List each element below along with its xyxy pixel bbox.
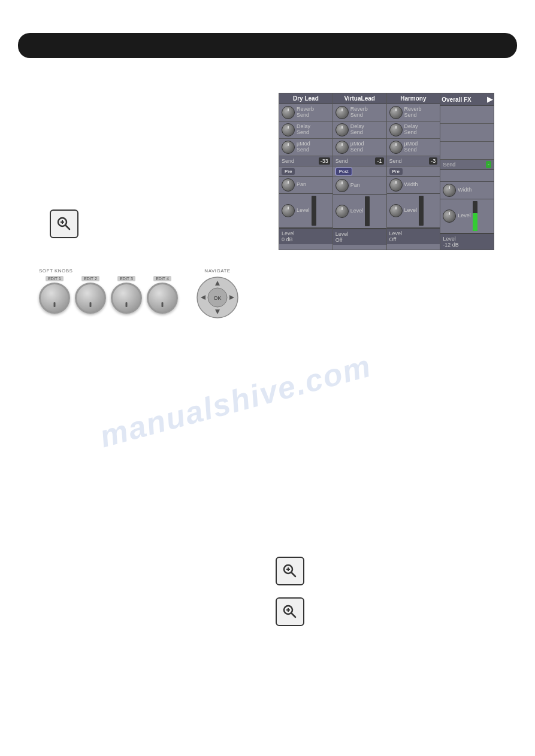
edit-knob-1-hw[interactable] — [39, 283, 70, 314]
reverb-send-label-dry: ReverbSend — [297, 107, 314, 119]
pre-btn-har[interactable]: Pre — [389, 168, 403, 175]
umod-send-knob-har[interactable] — [389, 141, 403, 154]
mixer-col-harmony: Harmony ReverbSend DelaySend µModSend Se… — [387, 93, 441, 250]
level-knob-label-har: Level — [404, 208, 418, 214]
mixer-columns: Dry Lead ReverbSend DelaySend µModSend S… — [279, 93, 494, 250]
knob-row-delay-har: DelaySend — [387, 122, 440, 139]
level-knob-fx[interactable] — [443, 210, 456, 223]
col-header-overall-fx: Overall FX ▶ — [440, 93, 494, 106]
edit-knob-2-hw[interactable] — [75, 283, 106, 314]
magnifier-icon-3 — [276, 597, 304, 626]
send-row-dry: Send -33 — [279, 156, 333, 166]
nav-wheel-svg: OK — [196, 276, 239, 319]
pan-row-vl: Pan — [333, 177, 386, 195]
umod-send-label-dry: µModSend — [297, 141, 310, 153]
edit-knob-4: EDIT 4 — [147, 276, 178, 314]
knob-row-delay-vl: DelaySend — [333, 122, 386, 139]
level-bar-har — [419, 196, 424, 226]
pan-label-vl: Pan — [350, 183, 360, 189]
width-knob-fx[interactable] — [443, 184, 456, 197]
nav-wheel[interactable]: OK — [196, 276, 239, 319]
delay-send-knob-vl[interactable] — [335, 123, 349, 136]
level-row-har: Level — [387, 194, 440, 228]
mixer-panel: Dry Lead ReverbSend DelaySend µModSend S… — [279, 93, 494, 250]
edit-3-label: EDIT 3 — [117, 276, 135, 281]
col-arrow-icon[interactable]: ▶ — [487, 95, 492, 104]
send-row-vl: Send -1 — [333, 156, 386, 166]
level-row-fx: Level — [440, 199, 494, 233]
col-header-virtua-lead: VirtuaLead — [333, 93, 386, 104]
width-knob-har[interactable] — [389, 178, 403, 192]
pre-post-row-har: Pre — [387, 166, 440, 177]
level-bar-fx — [473, 201, 477, 231]
delay-send-knob-har[interactable] — [389, 123, 403, 136]
send-value-dry: -33 — [319, 157, 330, 165]
edit-4-label: EDIT 4 — [153, 276, 171, 281]
level-knob-label-fx: Level — [458, 213, 471, 219]
level-knob-dry[interactable] — [282, 204, 295, 217]
navigate-title: NAVIGATE — [204, 268, 230, 274]
edit-knob-1: EDIT 1 — [39, 276, 70, 314]
send-value-vl: -1 — [375, 157, 383, 165]
level-bar-vl — [365, 196, 370, 226]
edit-knob-3-hw[interactable] — [111, 283, 142, 314]
spacer-row-2-fx — [440, 124, 494, 142]
pan-knob-dry[interactable] — [282, 178, 295, 192]
pan-row-dry: Pan — [279, 177, 333, 194]
knob-row-reverb-vl: ReverbSend — [333, 104, 386, 122]
width-label-har: Width — [404, 182, 418, 188]
reverb-send-label-har: ReverbSend — [404, 107, 422, 119]
edit-knobs-row: EDIT 1 EDIT 2 EDIT 3 EDIT 4 — [39, 276, 178, 314]
umod-send-knob-dry[interactable] — [282, 141, 295, 154]
mixer-col-virtua-lead: VirtuaLead ReverbSend DelaySend µModSend… — [333, 93, 387, 250]
umod-send-knob-vl[interactable] — [335, 141, 349, 154]
level-knob-har[interactable] — [389, 204, 403, 217]
search-icon-1 — [55, 215, 73, 233]
pan-label-dry: Pan — [297, 182, 306, 188]
level-row-vl: Level — [333, 195, 386, 229]
send-value-har: -3 — [429, 157, 437, 165]
send-value-fx: - — [486, 161, 491, 168]
watermark: manualshive.com — [96, 348, 375, 455]
post-btn-vl[interactable]: Post — [335, 168, 352, 175]
delay-send-label-dry: DelaySend — [297, 124, 310, 136]
soft-knobs-title: SOFT KNOBS — [39, 268, 72, 274]
svg-line-1 — [66, 226, 70, 230]
spacer-row-3-fx — [440, 142, 494, 160]
send-label-vl: Send — [335, 158, 376, 164]
bottom-label-dry: LevelLevel 0 dB0 dB — [279, 228, 333, 244]
delay-send-label-har: DelaySend — [404, 124, 418, 136]
umod-send-label-vl: µModSend — [350, 141, 364, 153]
top-bar — [18, 33, 517, 58]
send-label-dry: Send — [282, 158, 319, 164]
knob-row-reverb-dry: ReverbSend — [279, 104, 333, 122]
knob-row-umod-vl: µModSend — [333, 139, 386, 156]
knob-row-umod-dry: µModSend — [279, 139, 333, 156]
bottom-label-fx: Level-12 dB — [440, 233, 494, 250]
reverb-send-knob-vl[interactable] — [335, 106, 349, 119]
reverb-send-knob-dry[interactable] — [282, 106, 295, 119]
mixer-col-dry-lead: Dry Lead ReverbSend DelaySend µModSend S… — [279, 93, 333, 250]
delay-send-knob-dry[interactable] — [282, 123, 295, 136]
knob-row-umod-har: µModSend — [387, 139, 440, 156]
pre-btn-dry[interactable]: Pre — [282, 168, 295, 175]
navigate-group: NAVIGATE OK — [196, 268, 239, 319]
send-label-har: Send — [389, 158, 430, 164]
pan-knob-vl[interactable] — [335, 179, 349, 192]
pre-post-row-vl: Post — [333, 166, 386, 177]
level-knob-label-vl: Level — [350, 208, 364, 214]
reverb-send-knob-har[interactable] — [389, 106, 403, 119]
bottom-label-vl: LevelOff — [333, 229, 386, 245]
edit-knob-4-hw[interactable] — [147, 283, 178, 314]
edit-knob-2: EDIT 2 — [75, 276, 106, 314]
mixer-col-overall-fx: Overall FX ▶ Send - Width Level — [440, 93, 494, 250]
svg-text:OK: OK — [213, 295, 221, 301]
reverb-send-label-vl: ReverbSend — [350, 107, 368, 119]
magnifier-icon-1 — [50, 210, 78, 238]
level-knob-vl[interactable] — [335, 205, 349, 218]
search-icon-3 — [281, 603, 299, 621]
svg-line-12 — [292, 573, 296, 577]
edit-knob-3: EDIT 3 — [111, 276, 142, 314]
width-label-fx: Width — [458, 187, 471, 193]
knob-row-reverb-har: ReverbSend — [387, 104, 440, 122]
